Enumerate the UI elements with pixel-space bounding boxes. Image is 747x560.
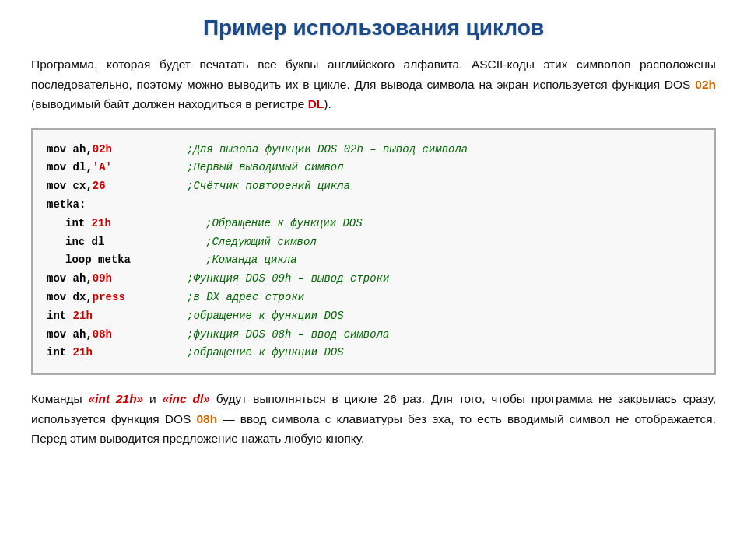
code-keyword-12: int 21h — [47, 344, 187, 362]
code-comment-1: ;Для вызова функции DOS 02h – вывод симв… — [187, 141, 468, 159]
code-line-3: mov cx,26 ;Счётчик повторений цикла — [47, 177, 700, 196]
code-comment-7: ;Команда цикла — [205, 251, 297, 270]
code-line-4: metka: — [47, 196, 700, 215]
code-line-11: mov ah,08h ;функция DOS 08h – ввод симво… — [47, 326, 700, 345]
code-line-5: int 21h ;Обращение к функции DOS — [47, 215, 700, 233]
code-line-9: mov dx,press ;в DX адрес строки — [47, 289, 700, 307]
code-line-12: int 21h ;обращение к функции DOS — [47, 344, 700, 362]
outro-italic1: «int 21h» — [89, 392, 144, 405]
code-keyword-2: mov dl,'A' — [47, 159, 187, 177]
code-keyword-3: mov cx,26 — [47, 177, 187, 196]
intro-paragraph: Программа, которая будет печатать все бу… — [31, 54, 716, 114]
code-line-8: mov ah,09h ;Функция DOS 09h – вывод стро… — [47, 270, 700, 289]
code-comment-6: ;Следующий символ — [205, 233, 317, 252]
code-comment-3: ;Счётчик повторений цикла — [187, 177, 350, 196]
code-comment-10: ;обращение к функции DOS — [187, 307, 344, 326]
code-keyword-5: int 21h — [65, 215, 205, 233]
code-block: mov ah,02h ;Для вызова функции DOS 02h –… — [31, 128, 716, 376]
code-line-2: mov dl,'A' ;Первый выводимый символ — [47, 159, 700, 177]
code-comment-12: ;обращение к функции DOS — [187, 344, 344, 362]
code-keyword-10: int 21h — [47, 307, 187, 326]
outro-paragraph: Команды «int 21h» и «inc dl» будут выпол… — [31, 389, 716, 449]
page-title: Пример использования циклов — [31, 16, 716, 40]
code-comment-9: ;в DX адрес строки — [187, 289, 304, 307]
code-keyword-7: loop metka — [65, 251, 205, 270]
code-line-1: mov ah,02h ;Для вызова функции DOS 02h –… — [47, 141, 700, 159]
outro-highlight-08h: 08h — [196, 412, 217, 425]
intro-highlight-02h: 02h — [695, 78, 716, 91]
code-keyword-6: inc dl — [65, 233, 205, 252]
code-keyword-11: mov ah,08h — [47, 326, 187, 345]
outro-text2: и — [143, 392, 162, 405]
intro-text-after-02h: (выводимый байт должен находиться в реги… — [31, 97, 308, 110]
outro-text1: Команды — [31, 392, 89, 405]
intro-text-before-02h: Программа, которая будет печатать все бу… — [31, 58, 716, 91]
code-line-6: inc dl ;Следующий символ — [47, 233, 700, 252]
code-comment-2: ;Первый выводимый символ — [187, 159, 344, 177]
intro-text-end: ). — [324, 97, 331, 110]
outro-italic2: «inc dl» — [163, 392, 210, 405]
code-comment-11: ;функция DOS 08h – ввод символа — [187, 326, 389, 345]
code-keyword-4: metka: — [47, 196, 187, 215]
code-keyword-8: mov ah,09h — [47, 270, 187, 289]
code-keyword-1: mov ah,02h — [47, 141, 187, 159]
code-comment-8: ;Функция DOS 09h – вывод строки — [187, 270, 389, 289]
intro-highlight-dl: DL — [308, 97, 324, 110]
code-keyword-9: mov dx,press — [47, 289, 187, 307]
code-line-10: int 21h ;обращение к функции DOS — [47, 307, 700, 326]
code-line-7: loop metka ;Команда цикла — [47, 251, 700, 270]
code-comment-5: ;Обращение к функции DOS — [205, 215, 363, 233]
